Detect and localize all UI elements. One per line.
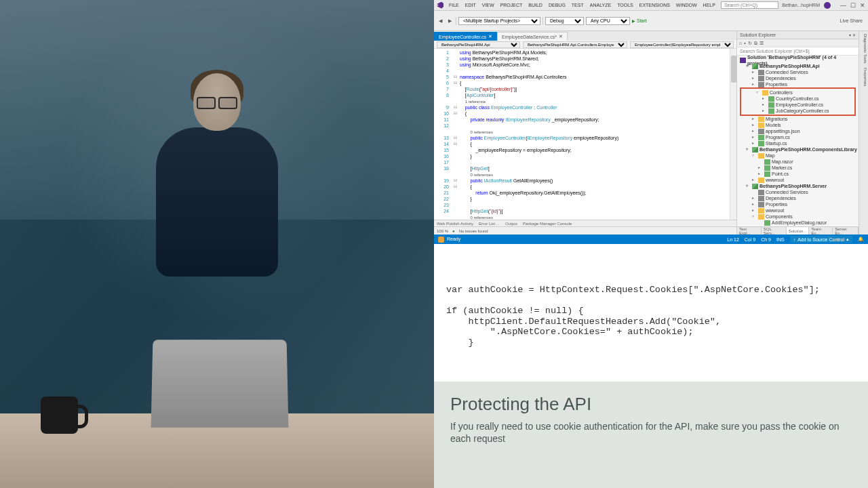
solution-search-input[interactable]: Search Solution Explorer (Ctrl+$)	[737, 47, 859, 56]
pin-icon[interactable]: ▾	[849, 33, 851, 37]
tree-node[interactable]: ▸Migrations	[737, 116, 859, 122]
home-icon[interactable]: ⌂	[739, 41, 742, 45]
code-snippet: var authCookie = HttpContext.Request.Coo…	[434, 244, 868, 382]
tree-node[interactable]: ▿BethanysPieShopHRM.ComponentsLibrary	[737, 146, 859, 152]
tree-node[interactable]: AddEmployeeDialog.razor	[737, 220, 859, 226]
editor-tab[interactable]: EmployeeController.cs✕	[434, 32, 497, 41]
editor-statusbar: 100 % ●No issues found	[434, 226, 736, 235]
vs-side-tabs[interactable]: Diagnostic ToolsProperties	[859, 31, 868, 235]
vs-toolbar[interactable]: ◀ ▶ <Multiple Startup Projects> Debug An…	[434, 11, 868, 31]
vs-project-name: Bethan...hopHRM	[782, 3, 820, 7]
tree-node[interactable]: ▿Controllers	[741, 89, 854, 96]
vs-logo-icon	[437, 2, 443, 9]
code-editor[interactable]: 1234567891011121314151617181920212223242…	[434, 49, 736, 220]
startup-projects-select[interactable]: <Multiple Startup Projects>	[458, 17, 540, 25]
menu-build[interactable]: BUILD	[526, 3, 545, 7]
menu-view[interactable]: VIEW	[479, 3, 497, 7]
sol-bottom-tab[interactable]: Team Ex...	[809, 227, 833, 235]
bottom-tab[interactable]: Package Manager Console	[520, 220, 574, 226]
tree-node[interactable]: ▸Models	[737, 122, 859, 128]
solution-explorer[interactable]: Solution Explorer ▾✕ ⌂•↻⧉☰ Search Soluti…	[736, 31, 859, 235]
refresh-icon[interactable]: ↻	[748, 41, 752, 46]
editor-tabs[interactable]: EmployeeController.cs✕EmployeeDataServic…	[434, 31, 736, 41]
minimize-icon[interactable]: —	[840, 2, 846, 9]
menu-test[interactable]: TEST	[569, 3, 587, 7]
tree-node[interactable]: Map.razor	[737, 159, 859, 165]
sol-bottom-tab[interactable]: Server Ex...	[833, 227, 859, 235]
sol-bottom-tab[interactable]: Test Expl...	[737, 227, 762, 235]
liveshare-button[interactable]: Live Share	[837, 18, 865, 24]
code-navbar[interactable]: BethanysPieShopHRM.Api BethanysPieShopHR…	[434, 41, 736, 49]
menu-file[interactable]: FILE	[446, 3, 462, 7]
zoom-level[interactable]: 100 %	[437, 229, 448, 233]
vs-search-input[interactable]: Search (Ctrl+Q)	[721, 1, 778, 9]
tree-node[interactable]: ▸wwwroot	[737, 207, 859, 214]
sol-bottom-tab[interactable]: Solution...	[787, 227, 810, 235]
menu-debug[interactable]: DEBUG	[546, 3, 568, 7]
solution-bottom-tabs[interactable]: Test Expl...SQL Serv...Solution...Team E…	[737, 226, 859, 235]
menu-project[interactable]: PROJECT	[498, 3, 526, 7]
tree-node[interactable]: ▸Properties	[737, 201, 859, 207]
tab-close-icon[interactable]: ✕	[488, 34, 492, 39]
tree-node[interactable]: ▸Dependencies	[737, 195, 859, 201]
platform-select[interactable]: Any CPU	[586, 17, 630, 25]
vs-menubar[interactable]: FILEEDITVIEWPROJECTBUILDDEBUGTESTANALYZE…	[446, 3, 718, 7]
tree-node[interactable]: ▸Startup.cs	[737, 140, 859, 146]
slide-body: If you really need to use cookie authent…	[450, 420, 852, 445]
tree-node[interactable]: Connected Services	[737, 189, 859, 195]
side-tab[interactable]: Properties	[860, 68, 867, 86]
menu-help[interactable]: HELP	[701, 3, 718, 7]
notifications-icon[interactable]: 🔔	[858, 237, 864, 242]
nav-namespace[interactable]: BethanysPieShopHRM.Api.Controllers.Emplo…	[523, 41, 627, 48]
editor-tab[interactable]: EmployeeDataService.cs*✕	[497, 32, 568, 41]
solution-tree[interactable]: Solution 'BethanysPieShopHRM' (4 of 4 pr…	[737, 56, 859, 226]
tree-node[interactable]: ▸wwwroot	[737, 177, 859, 183]
visual-studio-window: FILEEDITVIEWPROJECTBUILDDEBUGTESTANALYZE…	[434, 0, 868, 244]
tree-node[interactable]: ▸Connected Services	[737, 69, 859, 75]
bottom-tab[interactable]: Output	[502, 220, 520, 226]
highlighted-controllers: ▿Controllers▸CountryController.cs▸Employ…	[740, 87, 856, 116]
nav-project[interactable]: BethanysPieShopHRM.Api	[437, 41, 520, 48]
tree-node[interactable]: ▿BethanysPieShopHRM.Server	[737, 183, 859, 189]
status-ch: Ch 9	[761, 237, 771, 242]
config-select[interactable]: Debug	[545, 17, 584, 25]
nav-back-icon[interactable]: ◀	[437, 18, 444, 24]
nav-fwd-icon[interactable]: ▶	[446, 18, 454, 24]
menu-edit[interactable]: EDIT	[462, 3, 479, 7]
start-button[interactable]: Start	[632, 18, 647, 23]
tree-node[interactable]: ▸Marker.cs	[737, 165, 859, 171]
close-icon[interactable]: ✕	[860, 2, 865, 9]
tree-node[interactable]: ▿Map	[737, 152, 859, 159]
menu-extensions[interactable]: EXTENSIONS	[637, 3, 673, 7]
status-col: Col 9	[745, 237, 755, 242]
tree-node[interactable]: ▸Point.cs	[737, 171, 859, 177]
user-avatar-icon[interactable]	[824, 2, 831, 9]
vertical-scrollbar[interactable]	[730, 49, 736, 220]
bottom-tab[interactable]: Web Publish Activity	[434, 220, 476, 226]
bottom-panel-tabs[interactable]: Web Publish ActivityError List ...Output…	[434, 220, 736, 226]
tree-node[interactable]: ▿Components	[737, 214, 859, 220]
panel-close-icon[interactable]: ✕	[852, 33, 856, 37]
tree-node[interactable]: ▸EmployeeController.cs	[741, 102, 854, 108]
side-tab[interactable]: Diagnostic Tools	[860, 34, 867, 64]
solution-node[interactable]: Solution 'BethanysPieShopHRM' (4 of 4 pr…	[737, 57, 859, 63]
solution-explorer-toolbar[interactable]: ⌂•↻⧉☰	[737, 39, 859, 47]
sol-bottom-tab[interactable]: SQL Serv...	[762, 227, 787, 235]
bottom-tab[interactable]: Error List ...	[476, 220, 502, 226]
menu-window[interactable]: WINDOW	[673, 3, 700, 7]
slide-lower: var authCookie = HttpContext.Request.Coo…	[434, 244, 868, 488]
slide-title: Protecting the API	[450, 394, 852, 415]
tree-node[interactable]: ▸Properties	[737, 81, 859, 87]
nav-member[interactable]: EmployeeController(IEmployeeRepository e…	[630, 41, 734, 48]
tab-close-icon[interactable]: ✕	[559, 34, 563, 39]
menu-tools[interactable]: TOOLS	[614, 3, 636, 7]
tree-node[interactable]: ▸CountryController.cs	[741, 96, 854, 102]
tree-node[interactable]: ▸Program.cs	[737, 134, 859, 140]
slide-content: FILEEDITVIEWPROJECTBUILDDEBUGTESTANALYZE…	[434, 0, 868, 488]
tree-node[interactable]: ▸JobCategoryController.cs	[741, 108, 854, 114]
menu-analyze[interactable]: ANALYZE	[587, 3, 614, 7]
tree-node[interactable]: ▸Dependencies	[737, 75, 859, 81]
source-control-button[interactable]: ↑ Add to Source Control ▴	[790, 236, 852, 243]
maximize-icon[interactable]: ☐	[850, 2, 856, 9]
tree-node[interactable]: ▸appsettings.json	[737, 128, 859, 134]
